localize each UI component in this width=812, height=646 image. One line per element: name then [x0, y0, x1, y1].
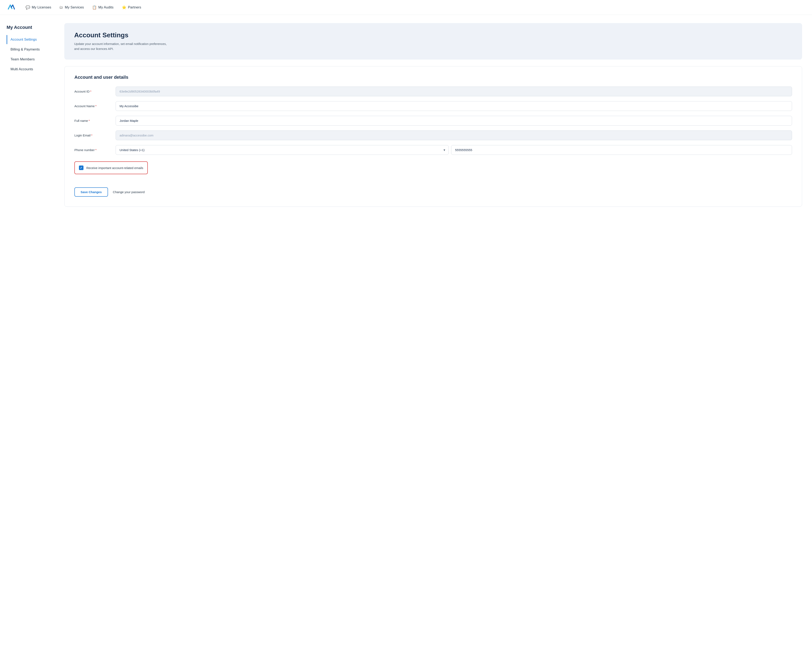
- sidebar-item-account-settings[interactable]: Account Settings: [7, 35, 51, 44]
- label-phone: Phone number*: [75, 148, 116, 152]
- nav-label-partners: Partners: [128, 5, 141, 9]
- nav-label-my-audits: My Audits: [98, 5, 114, 9]
- services-icon: 🗂: [60, 5, 63, 9]
- sidebar: My Account Account Settings Billing & Pa…: [0, 15, 58, 646]
- nav-item-partners[interactable]: ⭐ Partners: [122, 4, 141, 11]
- required-star-full-name: *: [89, 119, 90, 122]
- checkbox-label-emails: Receive important account-related emails: [86, 166, 143, 170]
- checkbox-container: ✓ Receive important account-related emai…: [75, 160, 792, 181]
- header: 💬 My Licenses 🗂 My Services 📋 My Audits …: [0, 0, 812, 15]
- partners-icon: ⭐: [122, 5, 126, 10]
- nav-label-my-licenses: My Licenses: [32, 5, 51, 9]
- checkmark-icon: ✓: [80, 166, 82, 170]
- settings-banner-title: Account Settings: [74, 31, 792, 39]
- form-row-full-name: Full name*: [75, 116, 792, 125]
- audits-icon: 📋: [92, 5, 97, 10]
- nav-item-my-licenses[interactable]: 💬 My Licenses: [26, 4, 51, 11]
- action-row: Save Changes Change your password: [75, 187, 792, 197]
- nav-label-my-services: My Services: [65, 5, 84, 9]
- label-login-email: Login Email*: [75, 134, 116, 137]
- change-password-button[interactable]: Change your password: [113, 190, 145, 194]
- nav-item-my-audits[interactable]: 📋 My Audits: [92, 4, 114, 11]
- form-row-phone: Phone number* United States (+1) Canada …: [75, 145, 792, 155]
- input-login-email[interactable]: [116, 130, 792, 140]
- input-account-id[interactable]: [116, 87, 792, 96]
- form-card-title: Account and user details: [75, 75, 792, 80]
- form-row-account-id: Account ID*: [75, 87, 792, 96]
- required-star-phone: *: [95, 148, 96, 152]
- required-star-account-name: *: [95, 104, 96, 108]
- checkbox-emails[interactable]: ✓: [79, 165, 84, 170]
- required-star-account-id: *: [90, 90, 91, 93]
- form-row-account-name: Account Name*: [75, 101, 792, 111]
- phone-country-wrap: United States (+1) Canada (+1) United Ki…: [116, 145, 449, 155]
- label-full-name: Full name*: [75, 119, 116, 122]
- licenses-icon: 💬: [26, 5, 30, 10]
- phone-country-select[interactable]: United States (+1) Canada (+1) United Ki…: [116, 145, 449, 155]
- sidebar-item-multi-accounts[interactable]: Multi Accounts: [7, 65, 51, 74]
- form-card: Account and user details Account ID* Acc…: [64, 66, 802, 207]
- phone-row: United States (+1) Canada (+1) United Ki…: [116, 145, 792, 155]
- main-nav: 💬 My Licenses 🗂 My Services 📋 My Audits …: [26, 4, 141, 11]
- sidebar-nav: Account Settings Billing & Payments Team…: [7, 35, 51, 74]
- label-account-id: Account ID*: [75, 90, 116, 93]
- input-phone-number[interactable]: [451, 145, 792, 155]
- sidebar-item-billing-payments[interactable]: Billing & Payments: [7, 45, 51, 54]
- required-star-login-email: *: [91, 134, 92, 137]
- input-full-name[interactable]: [116, 116, 792, 125]
- page-layout: My Account Account Settings Billing & Pa…: [0, 15, 812, 646]
- nav-item-my-services[interactable]: 🗂 My Services: [60, 4, 84, 10]
- save-changes-button[interactable]: Save Changes: [75, 187, 108, 197]
- input-account-name[interactable]: [116, 101, 792, 111]
- label-account-name: Account Name*: [75, 104, 116, 108]
- sidebar-title: My Account: [7, 25, 51, 30]
- logo[interactable]: [7, 3, 16, 12]
- settings-banner: Account Settings Update your account inf…: [64, 23, 802, 60]
- checkbox-row-emails[interactable]: ✓ Receive important account-related emai…: [75, 161, 148, 174]
- main-content: Account Settings Update your account inf…: [58, 15, 812, 646]
- settings-banner-desc: Update your account information, set ema…: [74, 41, 792, 51]
- sidebar-item-team-members[interactable]: Team Members: [7, 55, 51, 64]
- form-row-login-email: Login Email*: [75, 130, 792, 140]
